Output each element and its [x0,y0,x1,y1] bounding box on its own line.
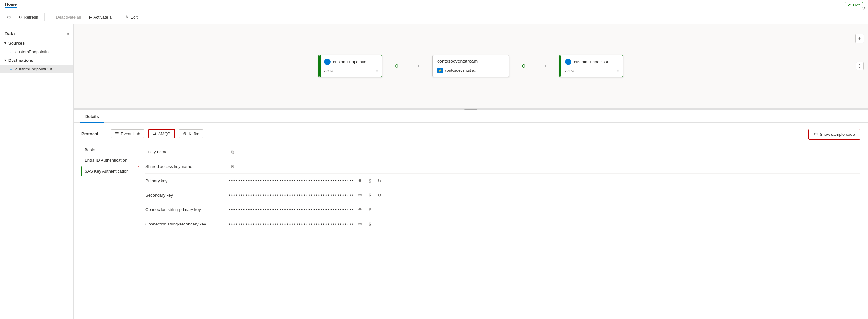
protocol-row: Protocol: ☰ Event Hub ⇄ AMQP ⚙ Kafka [81,129,860,138]
stream-icon: ⚡ [437,68,443,73]
protocol-label: Protocol: [81,131,107,136]
connector-arrow-2 [545,64,547,68]
sidebar-item-customendpointin[interactable]: ← customEndpointIn [0,47,73,56]
sidebar: Data « ▾ Sources ← customEndpointIn ▾ De… [0,24,74,319]
dest-node-title: customEndpointOut [574,60,611,64]
source-node-icon: ← [324,59,331,65]
secondary-key-value: ••••••••••••••••••••••••••••••••••••••••… [229,191,860,199]
connector-line-1 [398,66,418,66]
settings-icon: ⚙ [7,15,11,20]
title-bar: Home 👁 Live [0,0,868,10]
activate-all-button[interactable]: ▶ Activate all [86,13,117,21]
stream-node[interactable]: contosoeventstream ⚡ contosoeventstra... [432,55,509,77]
conn-primary-copy-button[interactable]: ⎘ [366,205,374,213]
main-layout: Data « ▾ Sources ← customEndpointIn ▾ De… [0,24,868,319]
divider-handle[interactable] [74,107,868,110]
auth-fields: Entity name ⎘ Shared access key name ⎘ [146,145,860,231]
primary-key-refresh-button[interactable]: ↻ [376,177,383,185]
collapse-sidebar-button[interactable]: « [66,31,69,36]
sources-section[interactable]: ▾ Sources [0,39,73,47]
protocol-kafka-button[interactable]: ⚙ Kafka [179,129,204,138]
shared-key-name-label: Shared access key name [146,164,229,169]
auth-layout: Basic Entra ID Authentication SAS Key Au… [81,145,860,231]
dest-node[interactable]: ← customEndpointOut Active ≡ [559,55,623,77]
eventhub-icon: ☰ [115,131,119,136]
source-node-status: Active [324,69,335,73]
endpoint-in-icon: ← [9,50,13,54]
conn-secondary-value: ••••••••••••••••••••••••••••••••••••••••… [229,220,860,228]
conn-primary-label: Connection string-primary key [146,207,229,212]
divider-bar [464,108,477,109]
code-icon: ⬚ [814,132,818,137]
secondary-key-dots: ••••••••••••••••••••••••••••••••••••••••… [229,193,354,198]
details-content: Protocol: ☰ Event Hub ⇄ AMQP ⚙ Kafka [74,123,868,237]
secondary-key-refresh-button[interactable]: ↻ [376,191,383,199]
add-node-button[interactable]: + [855,34,864,43]
sidebar-title: Data [4,31,15,36]
edit-button[interactable]: ✎ Edit [122,13,141,21]
source-node[interactable]: ← customEndpointIn Active ≡ [318,55,382,77]
conn-secondary-copy-button[interactable]: ⎘ [366,220,374,228]
shared-key-name-copy-button[interactable]: ⎘ [229,162,237,170]
connector-dot-2 [522,64,525,68]
tab-details[interactable]: Details [80,110,104,123]
sidebar-item-customendpointout[interactable]: ← customEndpointOut [0,65,73,73]
deactivate-icon: ⏸ [50,15,55,20]
secondary-key-label: Secondary key [146,193,229,198]
entity-name-value: ⎘ [229,148,860,156]
primary-key-copy-button[interactable]: ⎘ [366,177,374,185]
primary-key-eye-button[interactable]: 👁 [356,177,364,185]
conn-primary-eye-button[interactable]: 👁 [356,205,364,213]
details-panel: Details ∧ Protocol: ☰ Event Hub [74,110,868,319]
source-node-menu-icon[interactable]: ≡ [376,69,378,73]
conn-primary-dots: ••••••••••••••••••••••••••••••••••••••••… [229,207,354,212]
stream-tag: ⚡ contosoeventstra... [433,66,509,76]
green-bar-left [319,55,321,76]
details-content-wrapper: Protocol: ☰ Event Hub ⇄ AMQP ⚙ Kafka [74,123,868,237]
live-badge: 👁 Live [845,2,863,8]
field-shared-key-name: Shared access key name ⎘ [146,159,860,173]
green-bar-right [560,55,561,76]
secondary-key-eye-button[interactable]: 👁 [356,191,364,199]
canvas-area: ← customEndpointIn Active ≡ [74,24,868,319]
dest-node-icon: ← [565,59,571,65]
settings-button[interactable]: ⚙ [4,13,14,21]
activate-icon: ▶ [89,15,92,20]
protocol-amqp-button[interactable]: ⇄ AMQP [148,129,175,138]
edit-icon: ✎ [125,15,129,20]
primary-key-value: ••••••••••••••••••••••••••••••••••••••••… [229,177,860,185]
refresh-button[interactable]: ↻ Refresh [16,13,42,21]
conn-secondary-eye-button[interactable]: 👁 [356,220,364,228]
toolbar: ⚙ ↻ Refresh ⏸ Deactivate all ▶ Activate … [0,10,868,24]
shared-key-name-value: ⎘ [229,162,860,170]
entity-name-copy-button[interactable]: ⎘ [229,148,237,156]
dest-node-menu-icon[interactable]: ≡ [617,69,619,73]
home-tab[interactable]: Home [5,2,17,8]
flow-canvas: ← customEndpointIn Active ≡ [74,24,868,107]
kafka-icon: ⚙ [183,131,187,136]
protocol-eventhub-button[interactable]: ☰ Event Hub [111,129,145,138]
connector-dot-1 [395,64,398,68]
destinations-section[interactable]: ▾ Destinations [0,56,73,65]
show-sample-code-button[interactable]: ⬚ Show sample code [808,129,860,140]
deactivate-all-button[interactable]: ⏸ Deactivate all [47,13,84,21]
connector-line-2 [525,66,545,66]
auth-entra[interactable]: Entra ID Authentication [81,155,139,165]
auth-sas[interactable]: SAS Key Authentication [81,166,139,177]
chevron-down-icon-2: ▾ [4,58,6,62]
toolbar-separator-2 [119,13,120,21]
secondary-key-copy-button[interactable]: ⎘ [366,191,374,199]
auth-sidebar: Basic Entra ID Authentication SAS Key Au… [81,145,146,231]
flow-controls: ⋮ [856,62,864,70]
conn-secondary-dots: ••••••••••••••••••••••••••••••••••••••••… [229,222,354,226]
field-conn-secondary: Connection string-secondary key ••••••••… [146,217,860,231]
auth-basic[interactable]: Basic [81,145,139,155]
flow-wrapper: ← customEndpointIn Active ≡ [74,24,868,107]
connector-1 [395,64,420,68]
eye-icon: 👁 [847,3,851,7]
entity-name-label: Entity name [146,150,229,154]
chevron-down-icon: ▾ [4,41,6,45]
connector-arrow-1 [418,64,420,68]
field-entity-name: Entity name ⎘ [146,145,860,159]
flow-zoom-control[interactable]: ⋮ [856,62,864,70]
